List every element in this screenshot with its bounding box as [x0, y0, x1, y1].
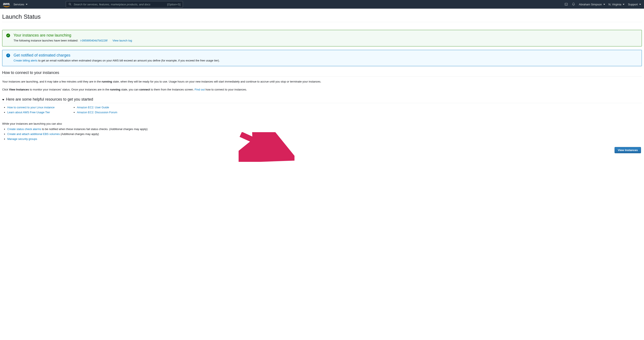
- info-icon: i: [6, 54, 10, 58]
- create-ebs-volumes-link[interactable]: Create and attach additional EBS volumes: [7, 132, 60, 136]
- view-instances-button[interactable]: View Instances: [614, 147, 641, 153]
- create-status-alarms-link[interactable]: Create status check alarms: [7, 128, 41, 131]
- info-heading: Get notified of estimated charges: [14, 53, 220, 58]
- connect-para-1: Your instances are launching, and it may…: [2, 80, 642, 84]
- region-menu[interactable]: N. Virginia: [608, 3, 625, 6]
- notifications-icon[interactable]: [572, 2, 576, 6]
- info-body-suffix: to get an email notification when estima…: [38, 59, 220, 62]
- search-icon: [68, 2, 72, 6]
- launch-success-alert: ✓ Your instances are now launching The f…: [2, 30, 642, 46]
- manage-security-groups-link[interactable]: Manage security groups: [7, 137, 37, 140]
- aws-logo[interactable]: aws: [3, 2, 10, 7]
- connect-section-title: How to connect to your instances: [2, 70, 642, 76]
- chevron-down-icon: [2, 97, 4, 102]
- connect-para-2: Click View Instances to monitor your ins…: [2, 88, 642, 92]
- resource-link[interactable]: How to connect to your Linux instance: [7, 106, 54, 109]
- resource-link[interactable]: Learn about AWS Free Usage Tier: [7, 111, 50, 114]
- resource-link[interactable]: Amazon EC2: Discussion Forum: [77, 111, 117, 114]
- services-menu[interactable]: Services: [14, 3, 28, 6]
- list-item: How to connect to your Linux instance: [7, 106, 54, 109]
- while-launching-intro: While your instances are launching you c…: [2, 122, 642, 125]
- page-title: Launch Status: [2, 13, 642, 22]
- search-shortcut: [Option+S]: [167, 3, 180, 6]
- list-item: Manage security groups: [7, 137, 642, 140]
- region-label: N. Virginia: [608, 3, 622, 6]
- create-billing-alerts-link[interactable]: Create billing alerts: [14, 59, 38, 62]
- cloudshell-icon[interactable]: [564, 2, 568, 6]
- svg-point-0: [69, 3, 70, 5]
- list-item: Amazon EC2: Discussion Forum: [77, 111, 117, 114]
- resource-link[interactable]: Amazon EC2: User Guide: [77, 106, 109, 109]
- success-body-prefix: The following instance launches have bee…: [14, 39, 78, 42]
- billing-info-alert: i Get notified of estimated charges Crea…: [2, 50, 642, 66]
- resources-lists: How to connect to your Linux instance Le…: [2, 106, 642, 116]
- success-check-icon: ✓: [6, 34, 10, 38]
- services-label: Services: [14, 3, 24, 6]
- global-search[interactable]: [Option+S]: [66, 1, 183, 8]
- account-label: Abraham Simpson: [579, 3, 602, 6]
- instance-id-link[interactable]: i-095995404d7b0228f: [80, 39, 108, 42]
- svg-line-1: [70, 5, 71, 5]
- find-out-link[interactable]: Find out: [194, 88, 205, 91]
- account-menu[interactable]: Abraham Simpson: [579, 3, 605, 6]
- support-menu[interactable]: Support: [628, 3, 641, 6]
- top-nav: aws Services [Option+S] Abraham Simpson …: [0, 0, 644, 8]
- success-heading: Your instances are now launching: [14, 33, 135, 38]
- list-item: Create status check alarms to be notifie…: [7, 128, 642, 131]
- resources-toggle[interactable]: Here are some helpful resources to get y…: [2, 97, 642, 103]
- list-item: Amazon EC2: User Guide: [77, 106, 117, 109]
- svg-rect-2: [565, 3, 568, 6]
- list-item: Create and attach additional EBS volumes…: [7, 132, 642, 136]
- list-item: Learn about AWS Free Usage Tier: [7, 111, 54, 114]
- view-launch-log-link[interactable]: View launch log: [112, 39, 132, 42]
- search-input[interactable]: [74, 3, 166, 6]
- support-label: Support: [628, 3, 638, 6]
- resources-heading: Here are some helpful resources to get y…: [6, 97, 93, 102]
